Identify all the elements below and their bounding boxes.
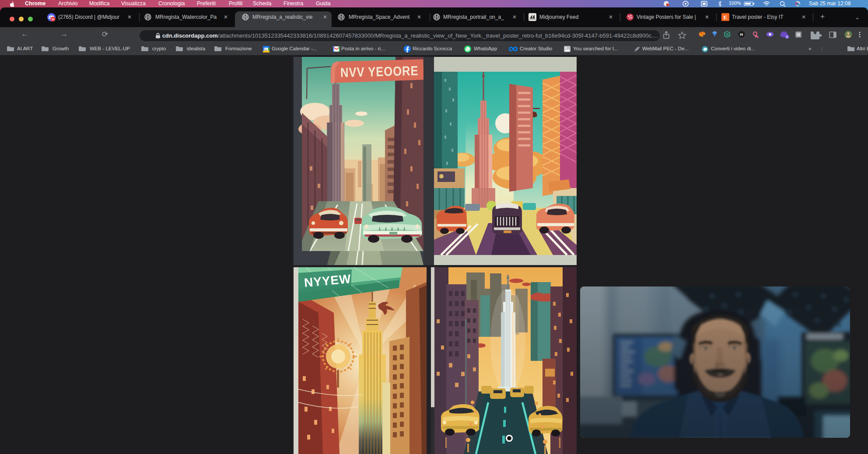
svg-text:NVV YEOORE: NVV YEOORE [340, 63, 419, 80]
svg-text:5: 5 [786, 35, 788, 38]
svg-text:E: E [724, 14, 728, 21]
svg-text:H: H [740, 32, 743, 37]
svg-text:2k: 2k [52, 18, 55, 21]
svg-text:N: N [726, 32, 729, 37]
svg-text:3: 3 [265, 48, 267, 52]
